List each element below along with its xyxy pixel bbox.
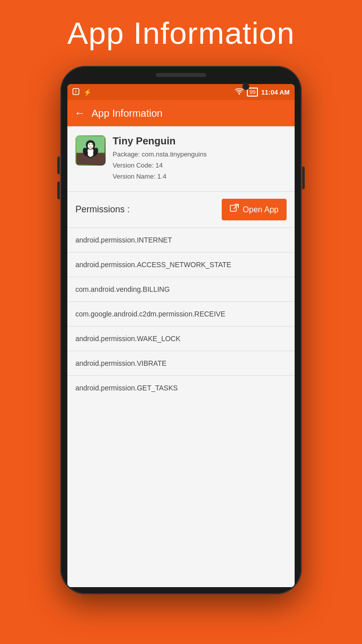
app-version-code: Version Code: 14 [113, 160, 287, 171]
permission-text-3: com.google.android.c2dm.permission.RECEI… [75, 310, 225, 318]
alert-icon: ! [72, 88, 79, 97]
permissions-header: Permissions : Open App [67, 192, 295, 228]
svg-point-8 [87, 142, 93, 149]
app-bar: ← App Information [67, 100, 295, 126]
app-details: Tiny Penguin Package: com.nsta.tinypengu… [113, 135, 287, 182]
permission-text-4: android.permission.WAKE_LOCK [75, 335, 180, 343]
wifi-icon [235, 88, 244, 97]
phone-power-button [302, 167, 305, 189]
permission-item-4: android.permission.WAKE_LOCK [67, 327, 295, 351]
permission-item-3: com.google.android.c2dm.permission.RECEI… [67, 302, 295, 327]
app-name: Tiny Penguin [113, 135, 287, 147]
open-app-label: Open App [243, 205, 279, 214]
app-package: Package: com.nsta.tinypenguins [113, 149, 287, 160]
permission-item-1: android.permission.ACCESS_NETWORK_STATE [67, 253, 295, 277]
permission-text-5: android.permission.VIBRATE [75, 359, 166, 367]
time-display: 11:04 AM [261, 89, 290, 96]
permissions-label: Permissions : [75, 204, 130, 215]
permission-item-6: android.permission.GET_TASKS [67, 376, 295, 400]
svg-point-12 [92, 144, 93, 145]
back-button[interactable]: ← [74, 107, 85, 120]
app-icon [75, 135, 106, 166]
phone-volume-down [57, 182, 60, 199]
permission-text-6: android.permission.GET_TASKS [75, 384, 178, 392]
open-app-button[interactable]: Open App [222, 199, 287, 220]
svg-point-11 [89, 144, 90, 145]
status-left-icons: ! ⚡ [72, 88, 92, 97]
phone-camera [242, 83, 249, 90]
svg-text:!: ! [75, 89, 77, 94]
permission-text-0: android.permission.INTERNET [75, 236, 172, 244]
permission-text-1: android.permission.ACCESS_NETWORK_STATE [75, 261, 231, 269]
status-bar: ! ⚡ 99 11:04 AM [67, 84, 295, 100]
open-app-icon [230, 204, 239, 215]
page-title: App Information [67, 15, 295, 51]
phone-frame: ! ⚡ 99 11:04 AM [60, 66, 302, 594]
usb-icon: ⚡ [83, 89, 92, 96]
phone-top-bar [67, 73, 295, 82]
svg-point-2 [239, 93, 240, 95]
permission-item-0: android.permission.INTERNET [67, 228, 295, 253]
permission-list: android.permission.INTERNET android.perm… [67, 228, 295, 587]
battery-level: 99 [249, 89, 255, 95]
phone-volume-up [57, 156, 60, 174]
app-meta: Package: com.nsta.tinypenguins Version C… [113, 149, 287, 182]
svg-rect-16 [230, 205, 236, 211]
battery-indicator: 99 [247, 88, 258, 97]
app-info-card: Tiny Penguin Package: com.nsta.tinypengu… [67, 126, 295, 192]
app-bar-title: App Information [92, 108, 162, 119]
app-version-name: Version Name: 1.4 [113, 171, 287, 182]
phone-speaker [156, 73, 206, 77]
permission-item-5: android.permission.VIBRATE [67, 351, 295, 376]
permission-text-2: com.android.vending.BILLING [75, 285, 170, 293]
phone-screen: ! ⚡ 99 11:04 AM [67, 84, 295, 587]
permission-item-2: com.android.vending.BILLING [67, 277, 295, 302]
